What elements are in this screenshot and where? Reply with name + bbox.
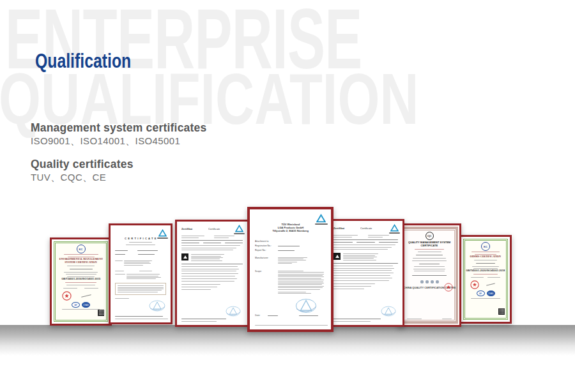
text-line [181,287,217,287]
text-line [414,271,444,271]
certificate-zertifikat-left[interactable]: Zertifikat Certificate [175,220,249,327]
red-seal-icon [470,280,479,289]
certificate-zertifikat-right[interactable]: Zertifikat Certificate [327,219,404,327]
text-line [191,257,223,258]
meta-col [214,235,243,239]
cert-title: C E R T I F I C A T E [125,237,157,241]
cnas-badge-icon: CNAS [82,302,90,308]
text-line [118,289,164,289]
meta-col [368,234,399,238]
meta-col [334,234,364,238]
fields-block: Attachment to Registration No.: Report N… [255,239,326,295]
badge-icon [425,280,429,283]
text-line [64,272,98,273]
text-line [368,235,389,236]
cert-title-line: SYSTEM CERTIFICATION [65,261,96,264]
field-values [124,259,166,266]
text-line [66,274,96,275]
text-line [126,278,156,279]
col-label [379,242,398,243]
blue-stamp-icon [295,298,317,314]
text-line [124,263,151,264]
text-line [126,274,160,275]
text-line [278,287,323,288]
text-line [471,277,484,278]
text-line [278,292,306,292]
text-line [64,254,98,255]
text-line [126,277,161,278]
tuv-mark-icon [181,253,188,260]
text-line [84,288,98,289]
text-line [62,309,100,310]
text-line [118,292,158,292]
qr-code-icon [98,310,104,316]
text-line [343,260,376,260]
text-line [126,276,158,276]
text-line [278,284,322,285]
text-line [191,259,220,259]
field-value [139,271,152,271]
certificate-content: KC OHSMS CERTIFICATION GB/T45001-2020/IS… [466,242,505,317]
certificate-cqc-quality-management[interactable]: CQC QUALITY MANAGEMENT SYSTEM CERTIFICAT… [397,223,461,327]
footer-line [442,319,452,319]
mark-text [343,253,398,261]
triangle-glyph [183,255,187,259]
table-head [181,242,243,245]
kc-emblem-icon: KC [77,245,86,253]
badge-icon [431,280,434,283]
certificate-page: CQC QUALITY MANAGEMENT SYSTEM CERTIFICAT… [399,225,459,325]
field-label: Manufacturer: [255,257,268,259]
certificate-page: TÜV Rheinland LGA Products GmbH Tillystr… [250,209,331,329]
signature-scribble [486,283,495,286]
address-line [181,319,226,319]
text-line [278,272,324,273]
blue-stamp-icon [381,305,396,317]
certificate-tuv[interactable]: C E R T I F I C A T E [109,223,172,324]
certificate-page: KC OHSMS CERTIFICATION GB/T45001-2020/IS… [461,237,510,322]
footer-line [407,319,422,319]
text-line [334,247,392,248]
text-line [181,278,237,279]
field-row [115,273,166,280]
text-line [278,278,321,279]
seal-row [470,280,501,289]
text-line [278,257,307,258]
text-line [334,249,388,250]
text-line [334,235,358,236]
text-line [334,273,394,273]
certificate-ohsms[interactable]: KC OHSMS CERTIFICATION GB/T45001-2020/IS… [459,235,512,324]
mark-row [334,253,398,261]
quality-certificates-title: Quality certificates [31,158,134,171]
text-line [181,284,220,285]
text-line [181,245,240,246]
text-line [124,265,143,266]
field-row [115,253,166,255]
col-label [203,243,221,243]
address-line [115,316,163,317]
field-row [115,250,166,252]
text-line [181,281,234,282]
field-label: Report No.: [255,249,268,251]
blue-stamp-icon [149,299,165,312]
certificate-tuv-rheinland-lga[interactable]: TÜV Rheinland LGA Products GmbH Tillystr… [247,207,334,332]
quality-certificates-list: TUV、CQC、CE [31,172,106,184]
text-line [66,285,95,285]
field-value [137,250,158,251]
cert-header: TÜV Rheinland [281,223,300,227]
mark-row [181,253,243,262]
text-line [181,269,239,269]
table-head [334,241,398,244]
text-line [118,287,164,288]
text-line [67,266,95,266]
text-line [278,283,324,283]
certificate-environmental-management[interactable]: KC ENVIRONMENTAL MANAGEMENT SYSTEM CERTI… [50,237,112,326]
text-line [418,252,441,252]
col-label [334,242,353,243]
qr-code-icon [498,308,505,315]
red-star-seal-icon [444,283,453,292]
text-line [334,266,393,266]
signature-scribble [81,294,91,298]
text-line [334,237,352,237]
field-value [278,246,300,246]
text-line [214,236,234,236]
